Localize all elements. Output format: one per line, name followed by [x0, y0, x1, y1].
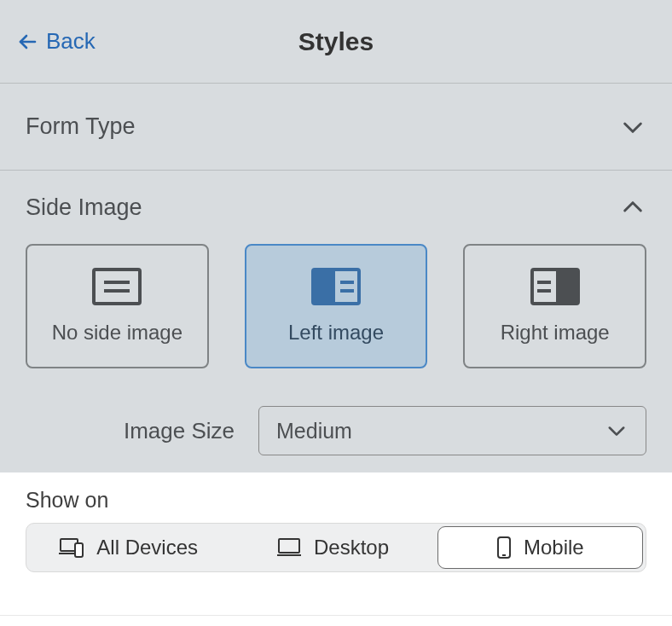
side-image-options: No side image Left image Right image [0, 244, 672, 394]
devices-icon [59, 536, 84, 559]
section-label: Form Type [26, 113, 136, 140]
segment-mobile[interactable]: Mobile [437, 526, 643, 569]
left-image-icon [311, 268, 361, 305]
image-size-select[interactable]: Medium [258, 406, 646, 455]
chevron-down-icon [605, 419, 629, 443]
desktop-icon [276, 536, 302, 559]
segment-label: Mobile [524, 536, 584, 559]
chevron-down-icon [619, 113, 646, 141]
show-on-segmented: All Devices Desktop Mobile [26, 523, 646, 572]
chevron-up-icon [619, 194, 646, 221]
section-side-image[interactable]: Side Image [0, 171, 672, 244]
svg-rect-14 [75, 543, 83, 557]
show-on-panel: Show on All Devices Desktop Mobile [0, 472, 672, 616]
no-side-image-icon [92, 268, 142, 305]
option-right-image[interactable]: Right image [463, 244, 646, 368]
mobile-icon [496, 536, 512, 559]
show-on-label: Show on [26, 488, 646, 513]
segment-label: All Devices [96, 536, 198, 559]
header-bar: Back Styles [0, 0, 672, 84]
option-no-side-image[interactable]: No side image [26, 244, 209, 368]
back-button[interactable]: Back [17, 28, 96, 55]
segment-label: Desktop [314, 536, 389, 559]
right-image-icon [530, 268, 580, 305]
svg-rect-15 [279, 539, 299, 553]
back-label: Back [46, 28, 96, 55]
image-size-label: Image Size [26, 418, 235, 444]
option-label: Right image [501, 321, 610, 345]
option-label: No side image [52, 321, 182, 345]
svg-rect-5 [315, 271, 335, 302]
option-label: Left image [288, 321, 384, 345]
section-form-type[interactable]: Form Type [0, 84, 672, 171]
styles-panel: Form Type Side Image No side image Left … [0, 84, 672, 472]
image-size-row: Image Size Medium [0, 394, 672, 472]
segment-desktop[interactable]: Desktop [230, 524, 434, 571]
section-label: Side Image [26, 194, 142, 221]
page-title: Styles [0, 27, 672, 56]
svg-rect-1 [94, 270, 140, 304]
image-size-value: Medium [276, 419, 352, 443]
svg-rect-9 [556, 271, 576, 302]
arrow-left-icon [17, 32, 38, 52]
option-left-image[interactable]: Left image [245, 244, 428, 368]
segment-all-devices[interactable]: All Devices [26, 524, 230, 571]
